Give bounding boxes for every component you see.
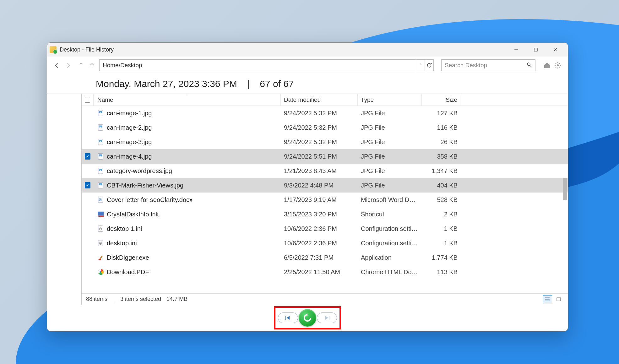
svg-point-15 [100, 140, 100, 141]
address-bar[interactable]: Home\Desktop ˅ [99, 59, 434, 71]
file-icon [97, 240, 104, 247]
file-type: Configuration settings [358, 240, 422, 247]
svg-text:W: W [99, 199, 101, 201]
file-name: DiskDigger.exe [107, 254, 149, 261]
file-row[interactable]: ✓can-image-4.jpg9/24/2022 5:51 PMJPG Fil… [82, 149, 568, 164]
file-row[interactable]: desktop.ini10/6/2022 2:36 PMConfiguratio… [82, 236, 568, 250]
sidebar [47, 94, 82, 305]
file-list-pane: Nameˆ Date modified Type Size can-image-… [82, 94, 568, 305]
next-version-button[interactable] [317, 312, 337, 323]
file-row[interactable]: can-image-3.jpg9/24/2022 5:32 PMJPG File… [82, 135, 568, 149]
file-date: 9/24/2022 5:51 PM [281, 153, 358, 160]
file-row[interactable]: desktop 1.ini10/6/2022 2:36 PMConfigurat… [82, 221, 568, 236]
file-name: CrystalDiskInfo.lnk [107, 211, 159, 218]
file-name: can-image-4.jpg [107, 153, 152, 160]
file-size: 1,774 KB [422, 254, 462, 261]
file-type: JPG File [358, 110, 422, 117]
file-row[interactable]: CrystalDiskInfo.lnk3/15/2023 3:20 PMShor… [82, 207, 568, 221]
file-icon [97, 254, 104, 261]
minimize-button[interactable] [512, 45, 521, 54]
snapshot-counter: 67 of 67 [260, 79, 294, 89]
status-bar: 88 items 3 items selected 14.7 MB [82, 293, 568, 305]
file-size: 1 KB [422, 240, 462, 247]
column-name[interactable]: Nameˆ [94, 94, 281, 106]
file-icon [97, 153, 104, 160]
forward-button[interactable] [64, 61, 72, 69]
file-date: 9/24/2022 5:32 PM [281, 110, 358, 117]
file-icon: W [97, 196, 104, 203]
back-button[interactable] [53, 61, 61, 69]
file-icon [97, 269, 104, 275]
file-icon [97, 211, 104, 218]
titlebar[interactable]: Desktop - File History [47, 43, 568, 57]
refresh-button[interactable] [425, 60, 433, 71]
navigation-panel [47, 305, 568, 331]
recent-locations-button[interactable]: ˅ [77, 61, 85, 69]
svg-point-4 [527, 63, 530, 66]
file-type: Microsoft Word Doc... [358, 196, 422, 204]
row-checkbox[interactable]: ✓ [85, 153, 90, 160]
file-name: CBT-Mark-Fisher-Views.jpg [107, 182, 183, 189]
file-size: 113 KB [422, 269, 462, 276]
svg-rect-43 [285, 316, 286, 320]
file-date: 9/24/2022 5:32 PM [281, 139, 358, 146]
settings-button[interactable] [554, 61, 562, 69]
previous-version-button[interactable] [278, 312, 298, 323]
file-icon [97, 139, 104, 145]
file-size: 358 KB [422, 153, 462, 160]
file-row[interactable]: category-wordpress.jpg1/21/2023 8:43 AMJ… [82, 164, 568, 178]
svg-rect-42 [557, 298, 561, 301]
search-input[interactable]: Search Desktop [441, 59, 535, 71]
file-date: 10/6/2022 2:36 PM [281, 240, 358, 247]
file-row[interactable]: DiskDigger.exe6/5/2022 7:31 PMApplicatio… [82, 250, 568, 265]
svg-point-9 [100, 111, 100, 112]
restore-button[interactable] [299, 309, 316, 327]
file-row[interactable]: Download.PDF2/25/2022 11:50 AMChrome HTM… [82, 265, 568, 279]
column-date[interactable]: Date modified [281, 94, 358, 106]
svg-rect-1 [534, 48, 537, 51]
file-date: 1/21/2023 8:43 AM [281, 167, 358, 175]
file-date: 2/25/2022 11:50 AM [281, 269, 358, 276]
file-rows: can-image-1.jpg9/24/2022 5:32 PMJPG File… [82, 106, 568, 293]
file-row[interactable]: ✓CBT-Mark-Fisher-Views.jpg9/3/2022 4:48 … [82, 178, 568, 193]
status-selection: 3 items selected [120, 296, 161, 302]
file-row[interactable]: can-image-1.jpg9/24/2022 5:32 PMJPG File… [82, 106, 568, 120]
toolbar: ˅ Home\Desktop ˅ Search Desktop [47, 57, 568, 74]
scrollbar-thumb[interactable] [563, 178, 567, 200]
file-size: 528 KB [422, 196, 462, 204]
svg-rect-28 [98, 212, 104, 216]
file-history-icon [50, 46, 57, 53]
svg-point-32 [100, 229, 101, 230]
file-name: can-image-1.jpg [107, 110, 152, 117]
file-row[interactable]: can-image-2.jpg9/24/2022 5:32 PMJPG File… [82, 120, 568, 135]
file-name: can-image-2.jpg [107, 124, 152, 131]
file-history-window: Desktop - File History ˅ Home\Desktop ˅ … [47, 42, 568, 331]
file-size: 1 KB [422, 225, 462, 232]
file-name: Download.PDF [107, 269, 149, 276]
up-button[interactable] [88, 61, 96, 69]
row-checkbox[interactable]: ✓ [85, 182, 90, 188]
file-row[interactable]: WCover letter for seoClarity.docx1/17/20… [82, 193, 568, 207]
maximize-button[interactable] [531, 45, 540, 54]
close-button[interactable] [551, 45, 560, 54]
file-date: 1/17/2023 9:19 AM [281, 196, 358, 204]
svg-point-24 [100, 184, 100, 184]
column-type[interactable]: Type [358, 94, 422, 106]
file-icon [97, 110, 104, 117]
file-type: Shortcut [358, 211, 422, 218]
column-size[interactable]: Size [422, 94, 462, 106]
file-type: JPG File [358, 167, 422, 175]
details-view-button[interactable] [543, 295, 552, 303]
file-date: 3/15/2023 3:20 PM [281, 211, 358, 218]
select-all-checkbox[interactable] [82, 94, 94, 106]
search-icon [526, 62, 532, 69]
thumbnails-view-button[interactable] [554, 295, 563, 303]
home-button[interactable] [543, 61, 551, 69]
search-placeholder: Search Desktop [445, 62, 487, 69]
file-type: Configuration settings [358, 225, 422, 232]
address-dropdown[interactable]: ˅ [416, 60, 425, 71]
file-name: category-wordpress.jpg [107, 167, 172, 175]
file-name: can-image-3.jpg [107, 139, 152, 146]
file-size: 127 KB [422, 110, 462, 117]
file-date: 9/24/2022 5:32 PM [281, 124, 358, 131]
